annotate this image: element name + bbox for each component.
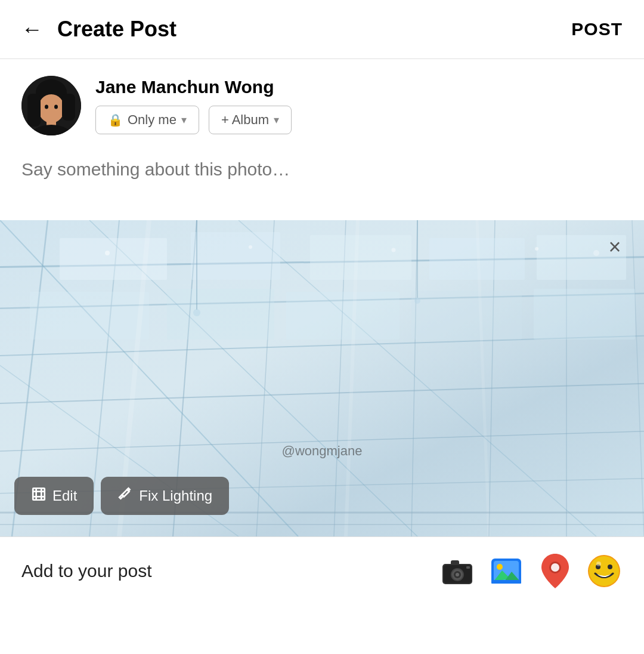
camera-icon — [440, 556, 475, 587]
svg-point-44 — [249, 245, 252, 249]
svg-rect-3 — [27, 94, 41, 127]
edit-label: Edit — [52, 488, 77, 504]
photo-gallery-icon-button[interactable] — [488, 553, 525, 590]
brush-icon — [117, 486, 133, 505]
caption-area — [0, 147, 644, 220]
user-info: Jane Manchun Wong 🔒 Only me ▾ + Album ▾ — [95, 77, 292, 134]
add-to-post-label: Add to your post — [21, 561, 151, 581]
user-name: Jane Manchun Wong — [95, 77, 292, 97]
svg-rect-4 — [62, 94, 75, 121]
fix-lighting-label: Fix Lighting — [139, 488, 212, 504]
svg-point-66 — [456, 573, 459, 576]
album-label: + Album — [221, 112, 269, 128]
close-icon: × — [608, 236, 621, 258]
svg-rect-32 — [310, 235, 411, 280]
user-controls: 🔒 Only me ▾ + Album ▾ — [95, 106, 292, 134]
back-button[interactable]: ← — [21, 18, 43, 40]
svg-point-52 — [193, 309, 200, 316]
caption-input[interactable] — [21, 159, 623, 200]
svg-point-69 — [497, 564, 503, 570]
svg-point-74 — [551, 563, 559, 572]
svg-point-78 — [608, 564, 612, 569]
header: ← Create Post POST — [0, 0, 644, 59]
svg-point-76 — [589, 556, 619, 586]
edit-toolbar: Edit Fix Lighting — [14, 477, 229, 515]
svg-point-53 — [414, 298, 420, 304]
crop-icon — [31, 486, 47, 505]
photo-watermark: @wongmjane — [282, 443, 363, 459]
add-to-post-bar: Add to your post — [0, 536, 644, 605]
svg-rect-31 — [191, 232, 280, 280]
page-title: Create Post — [57, 17, 177, 42]
edit-button[interactable]: Edit — [14, 477, 94, 515]
svg-point-7 — [45, 105, 48, 109]
svg-rect-37 — [286, 292, 400, 340]
svg-rect-38 — [411, 291, 522, 340]
svg-rect-65 — [466, 566, 470, 569]
post-button[interactable]: POST — [571, 19, 623, 39]
album-chevron-icon: ▾ — [274, 113, 279, 127]
svg-rect-64 — [451, 560, 459, 565]
svg-rect-54 — [33, 488, 45, 500]
svg-rect-36 — [167, 289, 274, 340]
privacy-selector[interactable]: 🔒 Only me ▾ — [95, 106, 199, 134]
svg-point-46 — [535, 247, 538, 251]
album-selector[interactable]: + Album ▾ — [209, 106, 292, 134]
close-button[interactable]: × — [600, 232, 630, 262]
svg-point-47 — [593, 250, 599, 256]
location-icon-button[interactable] — [537, 553, 574, 590]
photo-container: × @wongmjane Edit — [0, 220, 644, 536]
avatar-image — [21, 76, 81, 135]
header-left: ← Create Post — [21, 17, 177, 42]
fix-lighting-button[interactable]: Fix Lighting — [101, 477, 229, 515]
svg-rect-35 — [30, 292, 149, 340]
privacy-label: Only me — [128, 112, 177, 128]
svg-rect-39 — [534, 289, 635, 340]
location-icon — [539, 553, 571, 590]
svg-point-2 — [38, 94, 64, 123]
lock-icon: 🔒 — [108, 113, 123, 127]
svg-rect-72 — [491, 580, 521, 584]
svg-rect-30 — [60, 238, 167, 280]
photo-gallery-icon — [489, 554, 524, 588]
emoji-icon — [587, 554, 621, 588]
privacy-chevron-icon: ▾ — [181, 113, 187, 127]
avatar — [21, 76, 81, 135]
post-icons — [439, 553, 623, 590]
camera-icon-button[interactable] — [439, 553, 476, 590]
svg-point-45 — [392, 248, 396, 252]
svg-point-79 — [596, 562, 601, 566]
svg-point-43 — [105, 251, 110, 255]
user-section: Jane Manchun Wong 🔒 Only me ▾ + Album ▾ — [0, 59, 644, 147]
svg-point-8 — [54, 105, 58, 109]
emoji-icon-button[interactable] — [586, 553, 623, 590]
